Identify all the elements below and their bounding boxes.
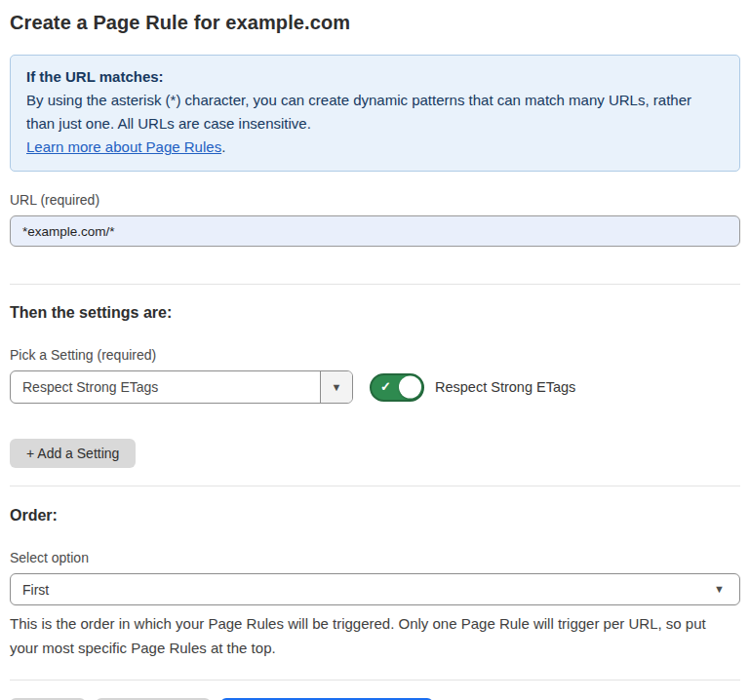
setting-row: Respect Strong ETags ▼ ✓ Respect Strong … (10, 370, 740, 404)
setting-select[interactable]: Respect Strong ETags ▼ (10, 370, 353, 404)
add-setting-button[interactable]: + Add a Setting (10, 439, 136, 468)
link-suffix: . (221, 138, 225, 155)
toggle-knob (399, 376, 421, 399)
section-divider (10, 680, 740, 681)
order-select-label: Select option (10, 550, 740, 565)
check-icon: ✓ (380, 379, 391, 394)
toggle-label: Respect Strong ETags (435, 379, 575, 395)
setting-select-arrow-box[interactable]: ▼ (320, 371, 352, 403)
pick-setting-label: Pick a Setting (required) (10, 347, 740, 363)
section-divider (10, 486, 740, 486)
setting-toggle[interactable]: ✓ (370, 373, 424, 402)
setting-select-value: Respect Strong ETags (11, 379, 320, 395)
page-title: Create a Page Rule for example.com (10, 12, 740, 34)
info-box-link-line: Learn more about Page Rules. (26, 136, 724, 159)
info-box-heading: If the URL matches: (26, 65, 724, 89)
order-help-text: This is the order in which your Page Rul… (10, 611, 736, 660)
section-divider (10, 284, 740, 285)
chevron-down-icon: ▼ (714, 584, 725, 595)
chevron-down-icon: ▼ (332, 382, 342, 393)
order-select-value: First (11, 582, 714, 598)
order-select[interactable]: First ▼ (10, 573, 740, 605)
info-box-body: By using the asterisk (*) character, you… (26, 89, 724, 136)
create-page-rule-form: Create a Page Rule for example.com If th… (0, 0, 750, 700)
url-field-label: URL (required) (10, 192, 740, 208)
order-section-heading: Order: (10, 507, 740, 525)
settings-section-heading: Then the settings are: (10, 304, 740, 322)
url-input[interactable] (10, 215, 740, 247)
url-match-info-box: If the URL matches: By using the asteris… (10, 55, 740, 172)
learn-more-link[interactable]: Learn more about Page Rules (26, 138, 221, 155)
